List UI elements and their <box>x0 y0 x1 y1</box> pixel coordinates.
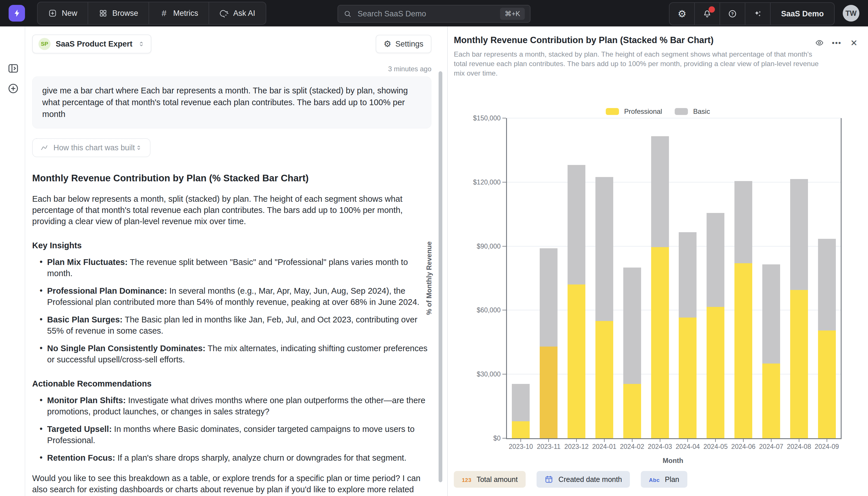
how-built-label: How this chart was built <box>53 143 135 152</box>
bar-segment-professional-2024-09 <box>818 330 836 438</box>
legend-swatch <box>606 108 619 115</box>
legend-label: Basic <box>693 107 710 115</box>
chat-scrollbar[interactable] <box>439 71 442 482</box>
workspace-name: SaaS Demo <box>781 10 824 18</box>
x-tick-mark <box>687 439 688 442</box>
list-item: Monitor Plan Shifts: Investigate what dr… <box>32 395 431 417</box>
bar-segment-basic-2024-04 <box>679 232 696 317</box>
x-tick-mark <box>826 439 827 442</box>
close-icon[interactable]: ✕ <box>847 36 861 49</box>
nav-item-ask-ai[interactable]: Ask AI <box>209 2 266 24</box>
y-tick-mark <box>502 438 506 438</box>
y-tick-mark <box>502 310 506 310</box>
field-tags: 123Total amount1Created date monthAbcPla… <box>454 471 687 488</box>
help-button[interactable]: ? <box>720 3 745 25</box>
insights-list: Plan Mix Fluctuates: The revenue split b… <box>32 257 431 365</box>
bar-segment-basic-2023-12 <box>567 165 585 284</box>
bar-segment-basic-2023-10 <box>512 384 530 421</box>
app-logo[interactable] <box>9 5 25 21</box>
y-tick-mark <box>502 374 506 374</box>
bar-segment-basic-2024-09 <box>818 239 836 330</box>
chart-panel-title: Monthly Revenue Contribution by Plan (St… <box>454 35 868 45</box>
legend-item-professional[interactable]: Professional <box>606 107 662 115</box>
field-tag-created-date-month[interactable]: 1Created date month <box>536 471 630 488</box>
list-item: Plan Mix Fluctuates: The revenue split b… <box>32 257 431 279</box>
plus-circle-icon <box>7 82 19 95</box>
abc-icon: Abc <box>649 475 659 484</box>
response-closing: Would you like to see this breakdown as … <box>32 473 431 496</box>
x-tick-mark <box>576 439 577 442</box>
notification-badge <box>709 6 715 13</box>
x-tick-mark <box>660 439 660 442</box>
gear-button[interactable]: ⚙ <box>670 3 695 25</box>
eye-icon[interactable] <box>813 36 826 49</box>
new-thread-button[interactable] <box>5 82 19 95</box>
list-item: No Single Plan Consistently Dominates: T… <box>32 343 431 365</box>
expand-panel-icon[interactable] <box>5 62 19 75</box>
sparkles-icon <box>753 9 762 18</box>
bar-segment-basic-2024-07 <box>762 264 780 363</box>
sparkles-button[interactable] <box>745 3 771 25</box>
bar-segment-basic-2023-11 <box>540 248 558 346</box>
search-icon <box>343 10 352 18</box>
agent-avatar: SP <box>38 38 51 50</box>
field-tag-plan[interactable]: AbcPlan <box>641 471 687 488</box>
list-item: Basic Plan Surges: The Basic plan led in… <box>32 314 431 337</box>
global-search[interactable]: ⌘+K <box>337 5 531 23</box>
x-tick-mark <box>548 439 549 442</box>
bar-segment-professional-2024-01 <box>595 321 613 438</box>
gear-icon: ⚙ <box>678 9 686 19</box>
ai-chat-panel: SP SaaS Product Expert ⚙ Settings 3 minu… <box>25 27 447 496</box>
numeric-123-icon: 123 <box>462 475 471 484</box>
field-tag-label: Total amount <box>477 475 518 484</box>
bell-button[interactable] <box>695 3 720 25</box>
x-tick-mark <box>520 439 521 442</box>
x-tick-label: 2024-09 <box>804 443 850 451</box>
chat-bubble-star-icon <box>220 9 229 18</box>
nav-item-browse[interactable]: Browse <box>88 2 149 24</box>
user-avatar[interactable]: TW <box>843 5 859 21</box>
legend-item-basic[interactable]: Basic <box>675 107 710 115</box>
recommendations-list: Monitor Plan Shifts: Investigate what dr… <box>32 395 431 464</box>
x-tick-mark <box>604 439 605 442</box>
bar-segment-professional-2024-07 <box>762 363 780 438</box>
bar-segment-professional-2023-11 <box>540 346 558 438</box>
help-icon: ? <box>728 9 737 18</box>
bar-segment-professional-2024-06 <box>735 263 752 438</box>
how-built-expander[interactable]: How this chart was built <box>32 138 150 157</box>
field-tag-total-amount[interactable]: 123Total amount <box>454 471 526 488</box>
field-tag-label: Plan <box>665 475 679 484</box>
bar-segment-professional-2023-12 <box>567 284 585 438</box>
y-tick-mark <box>502 246 506 247</box>
y-tick-label: $0 <box>449 434 501 442</box>
workspace-switcher[interactable]: SaaS Demo <box>771 3 834 25</box>
y-tick-label: $90,000 <box>449 243 501 250</box>
response-heading: Monthly Revenue Contribution by Plan (% … <box>32 172 431 184</box>
agent-selector[interactable]: SP SaaS Product Expert <box>32 34 151 53</box>
chevron-updown-icon <box>138 40 145 48</box>
bar-segment-professional-2024-08 <box>790 290 808 438</box>
bar-segment-basic-2024-02 <box>623 267 641 384</box>
bar-segment-basic-2024-03 <box>651 136 669 247</box>
more-icon[interactable]: ••• <box>830 36 843 49</box>
y-tick-mark <box>502 118 506 119</box>
y-tick-label: $120,000 <box>449 179 501 186</box>
settings-button[interactable]: ⚙ Settings <box>376 35 431 53</box>
chat-header: SP SaaS Product Expert ⚙ Settings <box>32 34 431 53</box>
plus-square-icon <box>48 9 57 18</box>
left-rail <box>0 27 25 496</box>
user-message: give me a bar chart where Each bar repre… <box>32 76 431 128</box>
y-tick-label: $30,000 <box>449 370 501 378</box>
nav-item-new[interactable]: New <box>38 2 88 24</box>
x-axis-title: Month <box>506 456 840 465</box>
x-tick-mark <box>715 439 716 442</box>
mini-chart-icon <box>40 144 48 152</box>
lightning-bolt-icon <box>13 8 21 18</box>
search-input[interactable] <box>357 9 500 19</box>
nav-item-metrics[interactable]: #Metrics <box>149 2 209 24</box>
y-tick-mark <box>502 182 506 183</box>
bar-segment-professional-2024-05 <box>707 307 724 438</box>
assistant-response: Monthly Revenue Contribution by Plan (% … <box>32 172 431 496</box>
bar-segment-basic-2024-05 <box>707 213 724 307</box>
svg-text:?: ? <box>731 12 734 16</box>
